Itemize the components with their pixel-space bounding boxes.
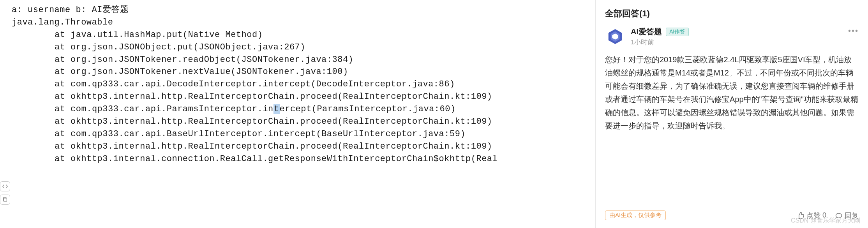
code-text: ercept(ParamsInterceptor.java:60)	[280, 104, 456, 114]
code-line: at com.qp333.car.api.BaseUrlInterceptor.…	[12, 128, 595, 140]
avatar[interactable]	[605, 26, 625, 47]
ai-disclaimer: 由AI生成，仅供参考	[605, 210, 666, 220]
more-button[interactable]: •••	[848, 26, 859, 35]
answers-panel: 全部回答(1) AI爱答题 AI作答 1小时前 ••• 您好！对于您的2019款…	[595, 0, 868, 228]
answer-meta: AI爱答题 AI作答 1小时前	[631, 26, 843, 47]
toolbar-button-1[interactable]	[0, 181, 10, 191]
code-panel: a: username b: AI爱答题 java.lang.Throwable…	[0, 0, 595, 228]
svg-rect-0	[4, 198, 7, 202]
answer-body: 您好！对于您的2019款三菱欧蓝德2.4L四驱致享版5座国VI车型，机油放油螺丝…	[605, 53, 859, 132]
code-line: at org.json.JSONTokener.readObject(JSONT…	[12, 54, 595, 66]
author-row: AI爱答题 AI作答	[631, 26, 843, 37]
code-line: at org.json.JSONObject.put(JSONObject.ja…	[12, 41, 595, 54]
ai-badge: AI作答	[666, 28, 689, 36]
code-line: at okhttp3.internal.http.RealInterceptor…	[12, 140, 595, 153]
answers-title: 全部回答(1)	[605, 8, 859, 19]
author-name[interactable]: AI爱答题	[631, 26, 662, 37]
code-line: a: username b: AI爱答题	[12, 4, 595, 16]
left-toolbar	[0, 181, 10, 205]
copy-icon	[2, 197, 8, 202]
code-line: at java.util.HashMap.put(Native Method)	[12, 29, 595, 41]
code-line: at okhttp3.internal.http.RealInterceptor…	[12, 91, 595, 103]
code-line-highlight: at com.qp333.car.api.ParamsInterceptor.i…	[12, 103, 595, 116]
code-text: at com.qp333.car.api.ParamsInterceptor.i…	[55, 104, 273, 114]
code-line: at com.qp333.car.api.DecodeInterceptor.i…	[12, 78, 595, 91]
watermark: CSDN @音乐学家方大刚	[791, 217, 860, 225]
text-selection: t	[273, 104, 280, 114]
code-line: java.lang.Throwable	[12, 16, 595, 29]
code-line: at okhttp3.internal.connection.RealCall.…	[12, 153, 595, 165]
timestamp: 1小时前	[631, 38, 843, 47]
code-line: at org.json.JSONTokener.nextValue(JSONTo…	[12, 66, 595, 78]
toolbar-button-2[interactable]	[0, 195, 10, 205]
code-line: at okhttp3.internal.http.RealInterceptor…	[12, 116, 595, 128]
code-icon	[2, 184, 8, 189]
avatar-icon	[606, 28, 624, 46]
answer-header: AI爱答题 AI作答 1小时前 •••	[605, 26, 859, 47]
